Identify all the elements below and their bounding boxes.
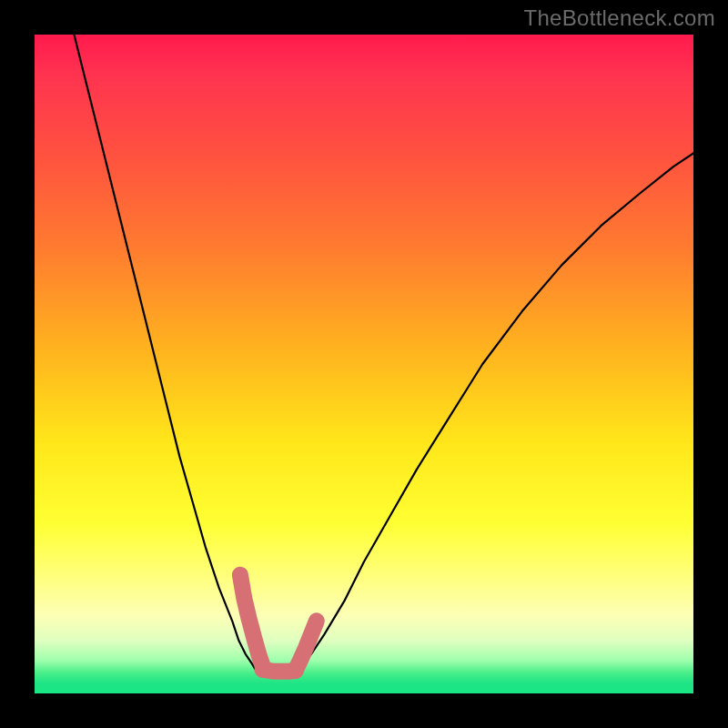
highlight-right-thick [296,621,317,670]
chart-frame: TheBottleneck.com [0,0,728,728]
plot-area [35,35,693,693]
curve-right-curve [298,153,693,670]
curve-left-curve [74,35,256,671]
chart-svg [35,35,693,693]
watermark-text: TheBottleneck.com [523,5,715,31]
